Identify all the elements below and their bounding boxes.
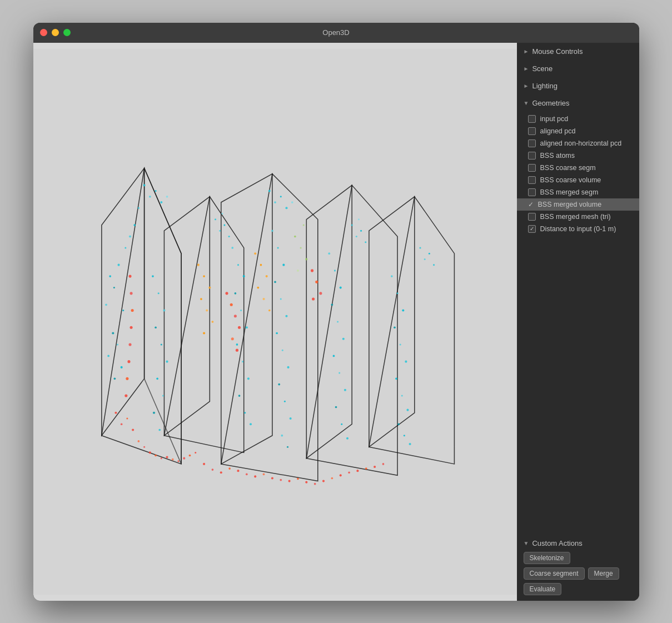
checkbox-bss-coarse-segm[interactable] (528, 164, 536, 172)
merge-button[interactable]: Merge (588, 567, 619, 580)
svg-point-28 (163, 309, 165, 311)
svg-point-71 (271, 230, 273, 232)
custom-actions-section: ▼ Custom Actions Skeletonize Coarse segm… (517, 534, 639, 601)
geometry-label-aligned-non-horizontal-pcd: aligned non-horizontal pcd (540, 139, 622, 147)
svg-point-51 (128, 275, 131, 277)
geometry-label-bss-coarse-volume: BSS coarse volume (540, 176, 601, 184)
geometry-list: input pcd aligned pcd aligned non-horizo… (517, 112, 639, 236)
custom-actions-buttons: Skeletonize Coarse segment Merge Evaluat… (524, 552, 633, 595)
geometry-item-bss-coarse-segm[interactable]: BSS coarse segm (517, 162, 639, 174)
mouse-controls-header[interactable]: ► Mouse Controls (517, 43, 639, 60)
geometry-item-input-pcd[interactable]: input pcd (517, 113, 639, 125)
svg-point-80 (278, 383, 280, 385)
svg-point-131 (268, 309, 270, 311)
svg-point-99 (402, 309, 404, 311)
svg-point-159 (428, 252, 430, 254)
svg-point-61 (242, 275, 245, 277)
svg-point-72 (277, 247, 278, 248)
svg-point-128 (265, 275, 267, 277)
svg-point-69 (244, 412, 246, 413)
geometry-item-bss-merged-volume[interactable]: ✓ BSS merged volume (517, 198, 639, 211)
svg-point-173 (305, 481, 307, 483)
svg-point-58 (125, 394, 127, 397)
svg-point-32 (156, 377, 158, 380)
svg-point-27 (157, 292, 159, 294)
geometry-item-distance-to-input[interactable]: Distance to input (0-1 m) (517, 223, 639, 235)
lighting-header[interactable]: ► Lighting (517, 77, 639, 94)
svg-point-153 (355, 235, 357, 237)
geometry-item-bss-merged-mesh-tri[interactable]: BSS merged mesh (tri) (517, 211, 639, 223)
svg-point-74 (274, 281, 276, 283)
window-title: Open3D (322, 28, 349, 37)
svg-point-139 (155, 190, 156, 192)
geometry-item-bss-coarse-volume[interactable]: BSS coarse volume (517, 174, 639, 186)
svg-point-54 (130, 326, 132, 328)
svg-point-96 (346, 437, 348, 439)
minimize-button[interactable] (52, 29, 59, 36)
svg-point-20 (120, 366, 122, 368)
svg-point-146 (291, 201, 293, 203)
svg-point-152 (351, 224, 352, 226)
geometry-label-aligned-pcd: aligned pcd (540, 127, 576, 135)
checkbox-aligned-non-horizontal-pcd[interactable] (528, 139, 536, 147)
svg-point-34 (152, 411, 155, 413)
geometry-item-aligned-pcd[interactable]: aligned pcd (517, 125, 639, 137)
svg-point-37 (120, 423, 122, 425)
svg-point-12 (109, 275, 111, 277)
geometries-header[interactable]: ▼ Geometries (517, 94, 639, 112)
svg-point-24 (133, 224, 136, 226)
traffic-lights (40, 29, 71, 36)
coarse-segment-button[interactable]: Coarse segment (524, 567, 585, 580)
checkbox-bss-atoms[interactable] (528, 152, 536, 160)
svg-point-86 (333, 270, 335, 271)
svg-point-13 (113, 287, 115, 288)
svg-point-14 (117, 263, 120, 266)
svg-point-121 (208, 286, 211, 288)
svg-point-56 (127, 360, 130, 363)
checkbox-bss-merged-mesh-tri[interactable] (528, 213, 536, 221)
checkbox-input-pcd[interactable] (528, 115, 536, 123)
svg-point-151 (221, 212, 223, 214)
svg-point-154 (360, 230, 362, 231)
svg-point-105 (406, 408, 409, 411)
geometry-item-bss-atoms[interactable]: BSS atoms (517, 149, 639, 162)
svg-point-89 (337, 321, 339, 322)
skeletonize-button[interactable]: Skeletonize (524, 552, 570, 564)
close-button[interactable] (40, 29, 47, 36)
svg-point-158 (424, 258, 425, 260)
svg-point-111 (233, 315, 236, 317)
svg-point-165 (237, 470, 239, 472)
svg-point-124 (211, 321, 213, 323)
custom-actions-header[interactable]: ▼ Custom Actions (524, 539, 633, 547)
geometry-item-aligned-non-horizontal-pcd[interactable]: aligned non-horizontal pcd (517, 137, 639, 149)
svg-point-150 (228, 235, 230, 237)
geometry-item-bss-merged-segm[interactable]: BSS merged segm (517, 186, 639, 198)
geometry-label-distance-to-input: Distance to input (0-1 m) (540, 225, 616, 233)
svg-point-55 (128, 343, 131, 346)
checkbox-bss-merged-segm[interactable] (528, 188, 536, 196)
viewport[interactable] (33, 43, 517, 601)
svg-point-169 (271, 477, 273, 479)
geometries-section: ▼ Geometries input pcd aligned pcd (517, 94, 639, 236)
scene-arrow: ► (524, 66, 529, 72)
evaluate-button[interactable]: Evaluate (524, 583, 562, 595)
mouse-controls-label: Mouse Controls (532, 47, 583, 56)
svg-point-48 (183, 457, 185, 459)
scene-header[interactable]: ► Scene (517, 60, 639, 77)
svg-point-31 (166, 360, 168, 362)
maximize-button[interactable] (63, 29, 71, 36)
svg-point-73 (282, 263, 285, 266)
checkbox-bss-coarse-volume[interactable] (528, 176, 536, 184)
checkbox-distance-to-input[interactable] (528, 225, 536, 233)
main-window: Open3D (33, 23, 639, 601)
svg-point-156 (357, 218, 359, 220)
mouse-controls-arrow: ► (524, 48, 529, 54)
svg-point-43 (155, 454, 157, 456)
svg-point-33 (162, 395, 163, 396)
point-cloud-canvas[interactable] (33, 43, 517, 601)
geometry-label-bss-coarse-segm: BSS coarse segm (540, 164, 596, 172)
checkbox-aligned-pcd[interactable] (528, 127, 536, 135)
svg-point-170 (280, 479, 282, 481)
geometry-label-input-pcd: input pcd (540, 115, 569, 123)
svg-point-132 (293, 235, 296, 237)
